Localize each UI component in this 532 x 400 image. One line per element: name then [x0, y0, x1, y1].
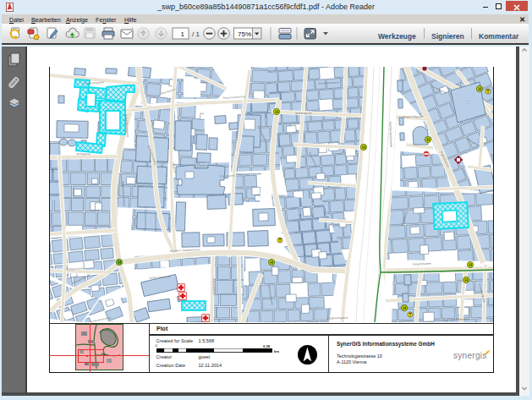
svg-text:H: H [478, 86, 481, 91]
svg-text:H: H [275, 109, 278, 114]
svg-text:1: 1 [181, 30, 185, 38]
svg-text:T: T [279, 238, 282, 243]
svg-text:Hauptstrasse: Hauptstrasse [413, 262, 431, 266]
svg-text:H: H [118, 260, 121, 265]
svg-text:H: H [270, 260, 273, 265]
svg-text:H: H [464, 277, 468, 282]
svg-text:Waltergasse: Waltergasse [295, 112, 311, 115]
svg-text:H: H [403, 305, 406, 310]
svg-text:T: T [409, 313, 412, 317]
svg-text:/ 1: / 1 [192, 30, 200, 38]
svg-text:H: H [362, 145, 365, 150]
svg-text:75%: 75% [238, 30, 251, 38]
svg-text:T: T [487, 90, 490, 94]
svg-text:H: H [469, 262, 472, 267]
svg-text:Mayerhofgasse: Mayerhofgasse [403, 115, 424, 118]
svg-text:H: H [426, 137, 430, 142]
svg-text:Muhlgasse: Muhlgasse [77, 152, 91, 156]
